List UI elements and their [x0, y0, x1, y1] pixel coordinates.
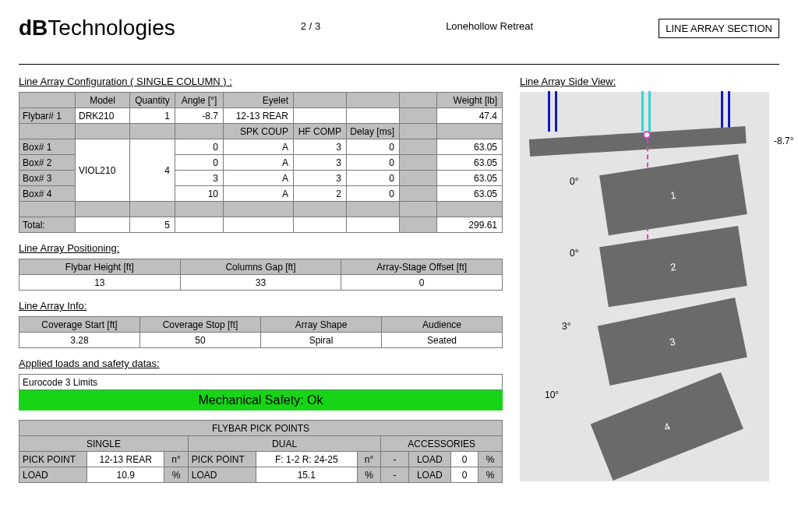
config-title: Line Array Configuration ( SINGLE COLUMN… [19, 76, 503, 87]
venue-name: Lonehollow Retreat [446, 20, 533, 32]
safety-title: Applied loads and safety datas: [19, 358, 503, 369]
info-table: Coverage Start [ft] Coverage Stop [ft] A… [19, 316, 503, 348]
page-number: 2 / 3 [301, 20, 320, 32]
pickpoints-table: FLYBAR PICK POINTS SINGLE DUAL ACCESSORI… [19, 420, 503, 483]
flybar-shape [529, 126, 747, 157]
safety-status: Mechanical Safety: Ok [19, 390, 503, 410]
box-4: 4 [591, 372, 743, 481]
side-view-diagram: 1 2 3 4 0° 0° 3° 10° [520, 92, 769, 481]
pivot-dot [643, 131, 651, 139]
sideview-title: Line Array Side View: [520, 76, 779, 87]
brand-logo: dBTechnologies [19, 16, 175, 41]
positioning-table: Flybar Height [ft] Columns Gap [ft] Arra… [19, 259, 503, 291]
box-3: 3 [598, 298, 747, 386]
box-2: 2 [599, 226, 747, 307]
safety-table: Eurocode 3 Limits Mechanical Safety: Ok [19, 374, 503, 410]
info-title: Line Array Info: [19, 300, 503, 312]
flybar-angle-label: -8.7° [774, 136, 793, 146]
divider [19, 64, 779, 65]
config-table: Model Quantity Angle [°] Eyelet Weight [… [19, 92, 503, 233]
section-badge: LINE ARRAY SECTION [659, 19, 779, 38]
positioning-title: Line Array Positioning: [19, 242, 503, 254]
box-1: 1 [599, 154, 747, 235]
